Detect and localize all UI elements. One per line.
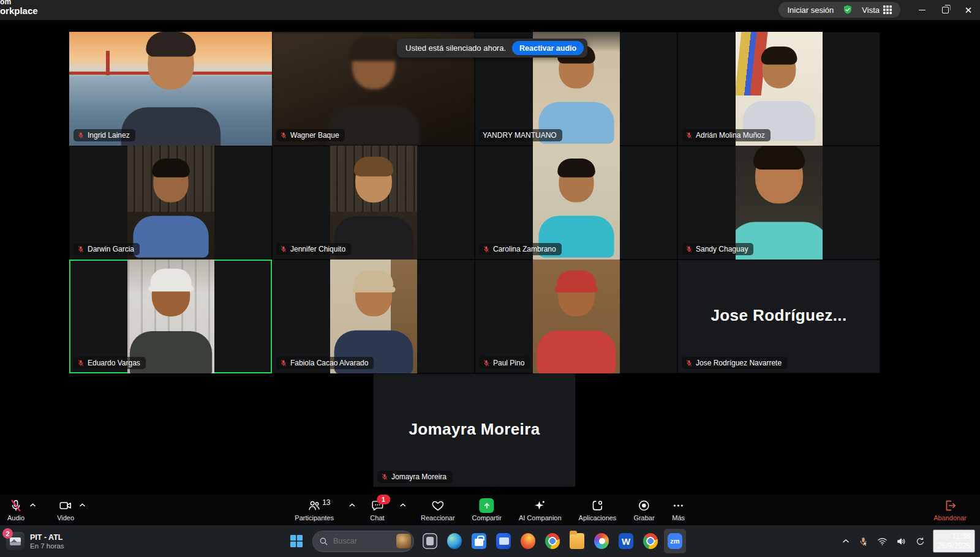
tray-volume-icon[interactable] [895,535,908,548]
ai-companion-button[interactable]: AI Companion [515,496,565,523]
minimize-icon [919,10,925,10]
search-input[interactable] [332,536,393,546]
participant-name: Fabiola Cacao Alvarado [290,359,368,367]
mic-muted-icon [9,498,23,513]
participant-tile[interactable]: Fabiola Cacao Alvarado [272,260,475,373]
video-button[interactable]: Video [53,496,78,523]
chat-button[interactable]: 1 Chat [366,496,388,523]
windows-taskbar: 2 PIT - ATL En 7 horas W [0,525,980,557]
search-highlight-thumbnail[interactable] [396,534,411,548]
restore-button[interactable] [933,0,957,20]
participant-name-label: Carolina Zambrano [479,243,562,255]
participant-tile[interactable]: Jose Rodríguez...Jose Rodríguez Navarret… [677,260,880,373]
audio-options-chevron[interactable] [28,498,37,510]
participant-name-label: YANDRY MANTUANO [479,129,562,141]
video-options-chevron[interactable] [78,498,87,510]
taskbar-widget[interactable]: 2 PIT - ATL En 7 horas [6,525,64,557]
sign-in-label: Iniciar sesión [787,6,834,15]
record-button[interactable]: Grabar [630,496,658,523]
record-icon [638,498,651,513]
widget-subtitle: En 7 horas [30,542,64,550]
tray-clock[interactable]: 11:36 26/9/2025 [933,529,975,553]
leave-button[interactable]: Abandonar [930,496,970,523]
tray-wifi-icon[interactable] [876,536,889,547]
muted-mic-icon [280,132,287,139]
taskbar-outlook-icon[interactable] [492,529,514,553]
participant-tile[interactable]: Sandy Chaguay [677,146,880,260]
titlebar-actions: Iniciar sesión Vista [778,2,900,18]
tray-chevron-up-icon[interactable] [841,537,851,545]
participant-tile[interactable]: Eduardo Vargas [69,260,272,373]
participant-name: Jose Rodríguez Navarrete [696,359,782,367]
muted-mic-icon [685,359,693,367]
taskbar-word-icon[interactable]: W [615,529,637,553]
participant-tile[interactable]: Jomayra MoreiraJomayra Moreira [373,373,576,487]
participant-tile[interactable]: Darwin Garcia [69,146,272,260]
taskbar-chrome-2-icon[interactable] [639,529,662,553]
person-silhouette [130,157,211,258]
taskbar-search[interactable] [312,531,414,552]
minimize-button[interactable] [910,0,933,20]
participant-tile[interactable]: Ingrid Lainez [69,32,272,146]
participants-label: Participantes [295,514,334,521]
muted-mic-icon [77,245,85,253]
person-silhouette [741,45,818,141]
audio-button[interactable]: Audio [4,496,28,523]
tray-time: 11:36 [938,531,970,541]
participants-icon: 13 [306,498,322,513]
participant-video [127,146,214,260]
security-shield-icon[interactable] [842,4,853,15]
participant-name-label: Wagner Baque [276,129,345,141]
participant-tile[interactable]: Carolina Zambrano [475,146,677,260]
taskbar-firefox-icon[interactable] [517,529,539,553]
taskbar-chrome-icon[interactable] [541,529,564,553]
taskbar-edge-icon[interactable] [443,529,466,553]
chat-unread-badge: 1 [377,495,390,504]
tray-sync-icon[interactable] [914,535,927,548]
taskbar-photos-icon[interactable] [590,529,612,553]
close-button[interactable]: ✕ [957,0,980,20]
video-grid: Ingrid LainezWagner BaqueYANDRY MANTUANO… [69,32,880,487]
participant-name: Eduardo Vargas [88,359,140,367]
react-button[interactable]: Reaccionar [417,496,459,523]
sign-in-button[interactable]: Iniciar sesión [787,6,834,15]
more-button[interactable]: Más [668,496,689,523]
unmute-button[interactable]: Reactivar audio [512,41,584,55]
participant-tile[interactable]: Jennifer Chiquito [272,146,475,260]
taskbar-file-explorer-icon[interactable] [566,529,588,553]
participant-tile[interactable]: Adrián Molina Muñoz [677,32,880,146]
share-button[interactable]: Compartir [469,496,505,523]
taskbar-store-icon[interactable] [468,529,490,553]
chat-label: Chat [370,514,384,521]
chat-chevron[interactable] [398,498,407,510]
participant-name-label: Jennifer Chiquito [276,243,351,255]
taskbar-task-view-icon[interactable] [419,529,441,553]
participants-chevron[interactable] [347,498,356,510]
participant-name: Paul Pino [493,359,524,367]
widget-title: PIT - ATL [30,533,64,542]
participant-display-name: Jose Rodríguez... [677,306,880,325]
tray-date: 26/9/2025 [938,541,970,551]
muted-mic-icon [77,359,85,367]
person-silhouette [118,32,224,146]
widget-icon: 2 [6,532,24,550]
participant-name: Sandy Chaguay [696,245,748,253]
apps-label: Aplicaciones [579,514,617,521]
participant-name-label: Jose Rodríguez Navarrete [682,357,787,369]
react-label: Reaccionar [421,514,455,521]
view-button[interactable]: Vista [862,6,892,15]
taskbar-zoom-icon[interactable]: zm [664,529,686,553]
participant-name-label: Adrián Molina Muñoz [682,129,771,141]
apps-button[interactable]: Aplicaciones [575,496,620,523]
start-button[interactable] [285,529,307,553]
share-label: Compartir [472,514,502,521]
tray-mic-in-use-icon[interactable] [857,535,870,548]
participant-tile[interactable]: Paul Pino [475,260,677,373]
view-label: Vista [862,6,880,15]
participants-button[interactable]: 13 Participantes [291,496,337,523]
participant-name: Carolina Zambrano [493,245,556,253]
search-icon [319,537,328,546]
controls-left-group: Audio Video [4,495,87,525]
participant-video [533,260,620,373]
leave-icon [943,498,957,513]
